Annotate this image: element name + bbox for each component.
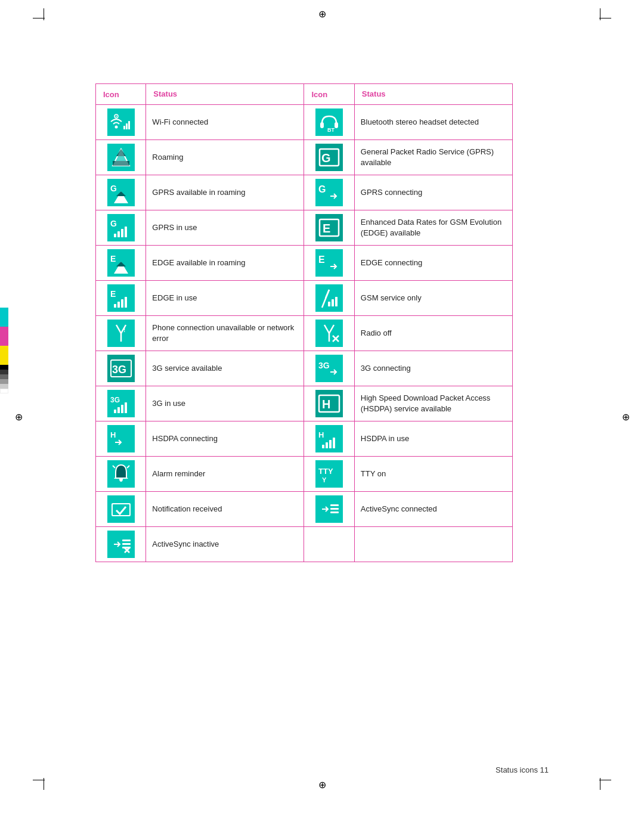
bluetooth-headset-icon: BT: [315, 108, 343, 136]
status-3g-available: 3G service available: [146, 351, 304, 386]
status-gprs-connecting: GPRS connecting: [354, 175, 512, 210]
table-row: 3G 3G service available 3G 3G: [96, 351, 513, 386]
table-row: G GPRS available in roaming: [96, 175, 513, 210]
svg-text:E: E: [110, 254, 116, 263]
hsdpa-inuse-icon: H: [315, 425, 343, 452]
svg-rect-34: [125, 297, 127, 308]
status-wifi: Wi-Fi connected: [146, 105, 304, 140]
table-row: 3G 3G in use: [96, 386, 513, 421]
svg-text:G: G: [110, 184, 117, 193]
status-notification: Notification received: [146, 492, 304, 527]
svg-rect-31: [114, 304, 116, 308]
svg-rect-57: [329, 440, 332, 448]
svg-point-5: [116, 116, 117, 117]
table-row: G GPRS in use: [96, 210, 513, 246]
svg-text:E: E: [323, 222, 330, 235]
page-footer: Status icons 11: [496, 765, 549, 774]
svg-rect-64: [330, 508, 339, 510]
svg-text:Y: Y: [322, 476, 327, 483]
status-bluetooth: Bluetooth stereo headset detected: [354, 105, 512, 140]
table-row: ! Phone connection unavailable or networ…: [96, 316, 513, 351]
status-activesync-connected: ActiveSync connected: [354, 492, 512, 527]
table-row: Roaming G General Packet Radio Service (…: [96, 140, 513, 175]
svg-rect-21: [117, 231, 120, 237]
svg-rect-23: [125, 227, 127, 237]
notification-icon: [107, 495, 135, 523]
svg-text:G: G: [110, 219, 117, 228]
col-status1-header: Status: [146, 84, 304, 105]
status-edge-roaming: EDGE available in roaming: [146, 246, 304, 281]
svg-rect-63: [330, 504, 339, 506]
col-icon2-header: Icon: [304, 84, 354, 105]
3g-connecting-icon: 3G: [315, 355, 343, 382]
table-row: ActiveSync inactive: [96, 527, 513, 562]
status-edge-available: Enhanced Data Rates for GSM Evolution (E…: [354, 210, 512, 246]
status-icons-table: Icon Status Icon Status: [95, 83, 513, 562]
svg-rect-36: [332, 299, 334, 306]
status-gprs-roaming: GPRS available in roaming: [146, 175, 304, 210]
svg-text:H: H: [110, 430, 116, 439]
svg-rect-55: [322, 445, 324, 448]
edge-available-icon: E: [315, 214, 343, 241]
tty-icon: TTY Y: [315, 460, 343, 488]
status-phone-unavailable: Phone connection unavailable or network …: [146, 316, 304, 351]
svg-text:TTY: TTY: [318, 467, 333, 476]
status-gsm-only: GSM service only: [354, 281, 512, 316]
status-hsdpa-inuse: HSDPA in use: [354, 421, 512, 457]
svg-rect-67: [122, 543, 131, 545]
svg-rect-56: [326, 442, 328, 448]
hsdpa-connecting-icon: H: [107, 425, 135, 452]
table-row: Wi-Fi connected BT: [96, 105, 513, 140]
alarm-icon: [107, 460, 135, 488]
svg-rect-7: [335, 122, 338, 128]
gprs-connecting-icon: G: [315, 179, 343, 206]
svg-marker-17: [116, 191, 126, 196]
svg-text:!: !: [123, 327, 125, 333]
svg-rect-32: [117, 302, 120, 308]
svg-rect-48: [117, 407, 120, 413]
svg-text:3G: 3G: [318, 361, 330, 370]
edge-inuse-icon: E: [107, 284, 135, 312]
status-roaming: Roaming: [146, 140, 304, 175]
svg-rect-6: [320, 122, 324, 128]
svg-rect-50: [125, 402, 127, 413]
svg-text:G: G: [321, 151, 331, 165]
status-gprs: General Packet Radio Service (GPRS) avai…: [354, 140, 512, 175]
gprs-inuse-icon: G: [107, 214, 135, 241]
svg-rect-22: [121, 229, 123, 237]
svg-rect-1: [123, 126, 125, 129]
table-row: E EDGE in use: [96, 281, 513, 316]
activesync-inactive-icon: [107, 531, 135, 558]
svg-rect-58: [333, 438, 335, 448]
svg-rect-3: [128, 121, 130, 129]
roaming-icon: [107, 144, 135, 171]
status-alarm: Alarm reminder: [146, 457, 304, 492]
svg-rect-47: [114, 410, 116, 413]
svg-point-0: [114, 126, 117, 129]
svg-rect-35: [328, 302, 330, 306]
status-radio-off: Radio off: [354, 316, 512, 351]
gsm-only-icon: [315, 284, 343, 312]
table-row: E EDGE available in roaming E: [96, 246, 513, 281]
svg-rect-37: [335, 297, 338, 306]
3g-inuse-icon: 3G: [107, 390, 135, 417]
wifi-connected-icon: [107, 108, 135, 136]
svg-text:BT: BT: [327, 127, 335, 133]
col-icon1-header: Icon: [96, 84, 146, 105]
status-3g-connecting: 3G connecting: [354, 351, 512, 386]
status-hsdpa-available: High Speed Download Packet Access (HSDPA…: [354, 386, 512, 421]
table-row: H HSDPA connecting H: [96, 421, 513, 457]
svg-text:E: E: [110, 289, 116, 299]
svg-rect-49: [121, 405, 123, 413]
status-edge-connecting: EDGE connecting: [354, 246, 512, 281]
svg-text:E: E: [318, 255, 325, 265]
status-edge-inuse: EDGE in use: [146, 281, 304, 316]
status-gprs-inuse: GPRS in use: [146, 210, 304, 246]
svg-marker-28: [116, 262, 126, 266]
hsdpa-available-icon: H: [315, 390, 343, 417]
activesync-connected-icon: [315, 495, 343, 523]
3g-available-icon: 3G: [107, 355, 135, 382]
svg-rect-20: [114, 234, 116, 237]
svg-rect-65: [330, 511, 339, 513]
status-hsdpa-connecting: HSDPA connecting: [146, 421, 304, 457]
